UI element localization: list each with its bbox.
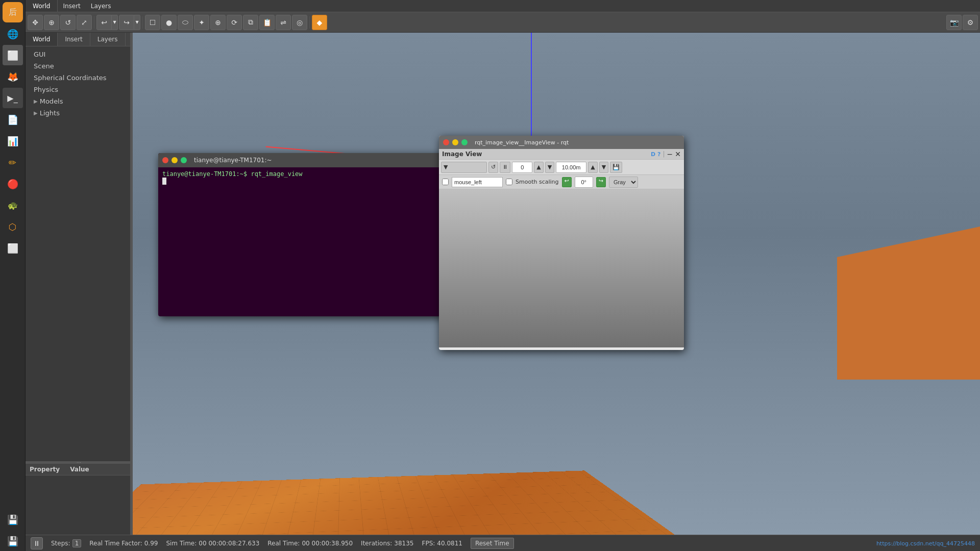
terminal-cursor [162, 178, 166, 185]
iv-colormap-select[interactable]: Gray Color [609, 177, 638, 188]
sim-time-item: Sim Time: 00 00:00:08:27.633 [166, 540, 259, 547]
iv-topic-input[interactable] [452, 177, 503, 187]
point-light-btn[interactable]: ✦ [194, 15, 209, 30]
tree-item-spherical-coords[interactable]: Spherical Coordinates [26, 72, 132, 84]
iv-time-down-btn[interactable]: ▼ [599, 162, 608, 173]
scene-3d: tianye@tianye-TM1701:~ tianye@tianye-TM1… [133, 33, 980, 535]
taskbar-icon-1[interactable]: 🌐 [3, 23, 23, 44]
iv-time-input[interactable] [556, 162, 586, 173]
tab-layers[interactable]: Layers [90, 33, 126, 46]
iv-value-input[interactable] [512, 162, 532, 173]
select-tool-btn[interactable]: ✥ [28, 15, 43, 30]
redo-dropdown[interactable]: ▼ [134, 15, 140, 30]
imageview-min-btn[interactable] [452, 139, 458, 145]
panel-right-resize[interactable] [130, 33, 132, 535]
imageview-minimize-btn[interactable]: − [667, 150, 673, 158]
floor-right [837, 227, 980, 380]
iv-rotation-input[interactable] [575, 177, 593, 188]
cylinder-btn[interactable]: ⬭ [178, 15, 193, 30]
taskbar-icon-terminal[interactable]: ▶_ [3, 88, 23, 108]
copy-btn[interactable]: ⧉ [243, 15, 258, 30]
align-btn[interactable]: ⇌ [276, 15, 291, 30]
redo-btn[interactable]: ↪ [119, 15, 134, 30]
imageview-d-btn[interactable]: D [651, 151, 655, 158]
taskbar-icon-5[interactable]: 📊 [3, 131, 23, 151]
imageview-help-btn[interactable]: ? [657, 151, 660, 158]
iv-window-controls: D ? | − ✕ [651, 150, 681, 158]
iv-topic-check[interactable] [442, 179, 449, 185]
undo-dropdown[interactable]: ▼ [112, 15, 118, 30]
menu-layers[interactable]: Layers [86, 0, 116, 12]
tab-world[interactable]: World [26, 33, 58, 46]
iv-smooth-check[interactable] [506, 179, 512, 185]
render-btn[interactable]: ◆ [312, 15, 327, 30]
reset-time-item: Reset Time [471, 538, 514, 549]
terminal-content[interactable]: tianye@tianye-TM1701:~$ rqt_image_view [158, 167, 444, 188]
terminal-close-btn[interactable] [162, 157, 168, 163]
tree-item-scene[interactable]: Scene [26, 60, 132, 72]
viewport[interactable]: tianye@tianye-TM1701:~ tianye@tianye-TM1… [133, 33, 980, 535]
taskbar-icon-7[interactable]: 🔴 [3, 173, 23, 194]
taskbar-icon-6[interactable]: ✏️ [3, 152, 23, 172]
taskbar-icon-11[interactable]: 💾 [3, 509, 23, 530]
spot-light-btn[interactable]: ⊕ [210, 15, 226, 30]
undo-btn[interactable]: ↩ [96, 15, 112, 30]
separator-1 [94, 16, 94, 29]
snap-btn[interactable]: ◎ [292, 15, 307, 30]
iv-refresh-btn[interactable]: ↺ [488, 162, 498, 173]
iv-up-btn[interactable]: ▲ [534, 162, 543, 173]
rotate-tool-btn[interactable]: ↺ [60, 15, 76, 30]
tab-insert[interactable]: Insert [58, 33, 90, 46]
taskbar-icon-4[interactable]: 📄 [3, 109, 23, 130]
sim-time-value: 00 00:00:08:27.633 [199, 540, 259, 547]
iv-down-btn[interactable]: ▼ [545, 162, 554, 173]
taskbar-app-icon[interactable]: 后 [3, 2, 23, 22]
translate-tool-btn[interactable]: ⊕ [44, 15, 59, 30]
image-view-window[interactable]: rqt_image_view__ImageView - rqt Image Vi… [439, 136, 684, 350]
models-arrow-icon: ▶ [34, 98, 38, 104]
tree-item-models[interactable]: ▶ Models [26, 95, 132, 107]
screenshot-btn[interactable]: 📷 [946, 15, 962, 30]
sphere-btn[interactable]: ● [161, 15, 177, 30]
directional-light-btn[interactable]: ⟳ [227, 15, 242, 30]
scale-tool-btn[interactable]: ⤢ [77, 15, 92, 30]
imageview-panel-close-btn[interactable]: ✕ [675, 150, 681, 158]
terminal-title: tianye@tianye-TM1701:~ [194, 157, 272, 164]
iv-rotate-cw-btn[interactable]: ↪ [596, 177, 606, 187]
taskbar-icon-12[interactable]: 💾 [3, 531, 23, 551]
property-col-header: Property [30, 466, 60, 473]
status-url[interactable]: https://blog.csdn.net/qq_44725448 [876, 540, 975, 547]
imageview-close-btn[interactable] [443, 139, 449, 145]
steps-item: Steps: 1 [51, 539, 81, 547]
terminal-max-btn[interactable] [181, 157, 187, 163]
paste-btn[interactable]: 📋 [259, 15, 275, 30]
play-pause-btn[interactable]: ⏸ [31, 537, 43, 549]
taskbar-icon-2[interactable]: ⬜ [3, 45, 23, 65]
tree-item-models-label: Models [40, 97, 63, 105]
tree-item-physics[interactable]: Physics [26, 84, 132, 95]
iv-time-up-btn[interactable]: ▲ [588, 162, 597, 173]
box-btn[interactable]: ☐ [145, 15, 160, 30]
iv-smooth-label: Smooth scaling [516, 179, 559, 185]
taskbar-icon-8[interactable]: 🐢 [3, 195, 23, 215]
property-header: Property Value [26, 464, 132, 475]
undo-group: ↩ ▼ [96, 15, 118, 30]
settings-btn[interactable]: ⚙ [963, 15, 978, 30]
terminal-min-btn[interactable] [172, 157, 178, 163]
reset-time-btn[interactable]: Reset Time [471, 538, 514, 549]
menu-insert[interactable]: Insert [58, 0, 85, 12]
iv-save-btn[interactable]: 💾 [610, 162, 622, 173]
iv-rotate-ccw-btn[interactable]: ↩ [562, 177, 572, 187]
terminal-window[interactable]: tianye@tianye-TM1701:~ tianye@tianye-TM1… [158, 153, 444, 316]
iv-topic-dropdown[interactable]: ▼ [441, 162, 487, 173]
property-panel: Property Value [26, 463, 132, 535]
tree-item-gui[interactable]: GUI [26, 48, 132, 60]
menu-world[interactable]: World [26, 0, 58, 12]
steps-stepper[interactable]: 1 [72, 539, 82, 547]
iv-pause-btn[interactable]: ⏸ [500, 162, 510, 173]
imageview-max-btn[interactable] [461, 139, 468, 145]
taskbar-icon-3[interactable]: 🦊 [3, 66, 23, 87]
taskbar-icon-9[interactable]: ⬡ [3, 216, 23, 237]
tree-item-lights[interactable]: ▶ Lights [26, 107, 132, 119]
taskbar-icon-10[interactable]: ⬜ [3, 238, 23, 258]
